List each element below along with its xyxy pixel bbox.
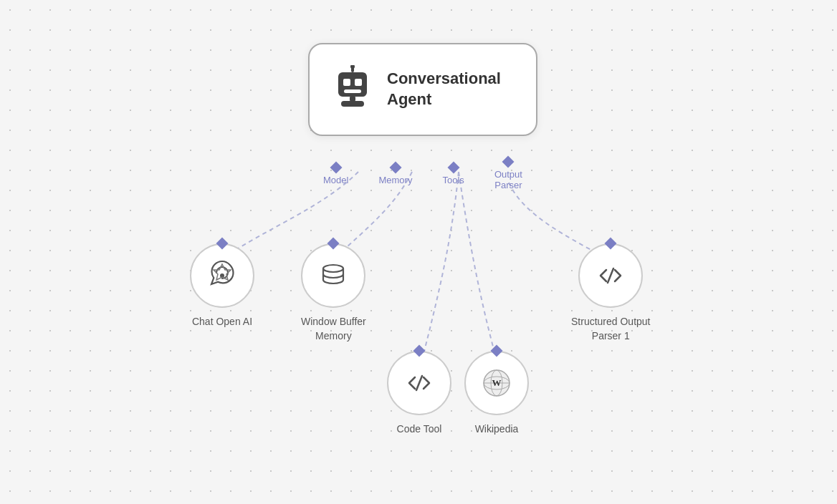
output-parser-label: OutputParser [494, 158, 522, 190]
structured-output-circle-wrapper [578, 243, 643, 308]
svg-rect-6 [350, 97, 355, 101]
tools-diamond [447, 161, 459, 173]
window-buffer-circle [301, 243, 365, 308]
svg-rect-7 [341, 101, 364, 107]
model-label-text: Model [323, 175, 348, 185]
structured-output-circle [578, 243, 643, 308]
svg-rect-5 [344, 89, 361, 93]
code-tool-circle-wrapper [387, 351, 451, 415]
svg-point-9 [323, 265, 343, 272]
structured-output-label: Structured OutputParser 1 [571, 315, 651, 343]
output-parser-label-text: OutputParser [494, 169, 522, 190]
memory-label: Memory [378, 163, 412, 185]
chat-openai-circle-wrapper [190, 243, 254, 308]
memory-label-text: Memory [378, 175, 412, 185]
wikipedia-label: Wikipedia [475, 422, 519, 437]
chat-openai-node: Chat Open AI [190, 243, 254, 329]
model-diamond [330, 161, 342, 173]
chat-openai-circle [190, 243, 254, 308]
svg-rect-3 [343, 79, 350, 86]
code-tool-node: Code Tool [387, 351, 451, 437]
wikipedia-circle: W [464, 351, 529, 415]
tools-label-text: Tools [442, 175, 464, 185]
agent-box: Conversational Agent [308, 43, 537, 136]
memory-diamond [389, 161, 401, 173]
window-buffer-circle-wrapper [301, 243, 365, 308]
diagram: .dashed-line { fill: none; stroke: #b0b4… [0, 0, 837, 504]
svg-text:W: W [492, 377, 502, 388]
svg-line-10 [416, 376, 422, 390]
svg-rect-4 [355, 79, 362, 86]
window-buffer-label: Window BufferMemory [301, 315, 366, 343]
structured-output-node: Structured OutputParser 1 [571, 243, 651, 343]
tools-label: Tools [442, 163, 464, 185]
model-label: Model [323, 163, 348, 185]
chat-openai-label: Chat Open AI [192, 315, 252, 329]
robot-icon [331, 65, 374, 114]
code-tool-label: Code Tool [397, 422, 442, 437]
svg-line-16 [608, 268, 613, 283]
wikipedia-circle-wrapper: W [464, 351, 529, 415]
code-tool-circle [387, 351, 451, 415]
output-parser-diamond [502, 156, 515, 168]
svg-point-1 [350, 65, 355, 69]
labels-row: Model Memory Tools OutputParser [308, 158, 537, 190]
window-buffer-node: Window BufferMemory [301, 243, 366, 343]
agent-title: Conversational Agent [387, 69, 501, 110]
wikipedia-node: W Wikipedia [464, 351, 529, 437]
